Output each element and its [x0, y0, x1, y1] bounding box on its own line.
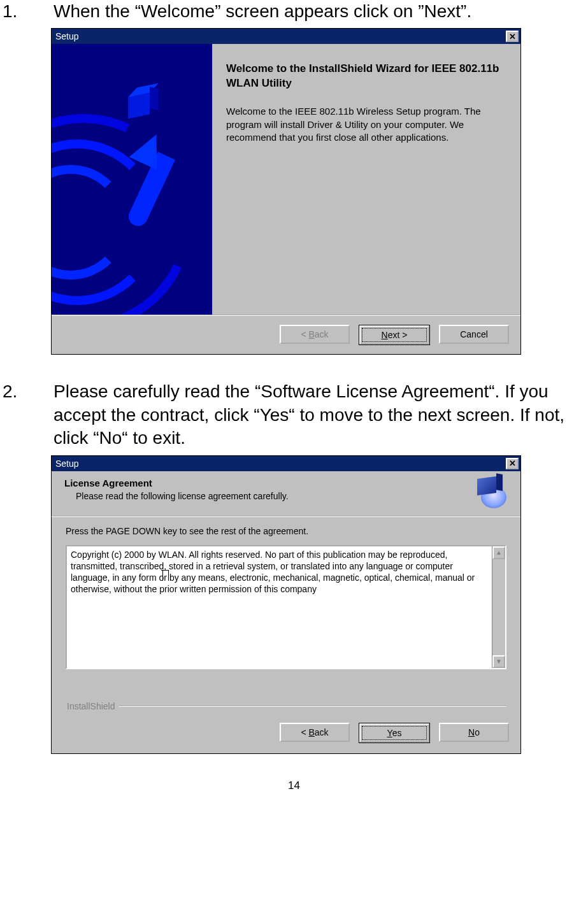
installshield-text: InstallShield [67, 701, 115, 711]
scroll-up-button[interactable]: ▲ [492, 546, 505, 559]
installshield-icon [477, 478, 512, 509]
document-page: 1. When the “Welcome” screen appears cli… [0, 0, 588, 811]
close-icon: ✕ [509, 32, 516, 41]
license-body: Press the PAGE DOWN key to see the rest … [52, 517, 520, 715]
scroll-down-button[interactable]: ▼ [492, 655, 505, 668]
setup-window-welcome: Setup ✕ Welcome to the InstallShield Wiz… [51, 28, 521, 355]
no-button-label: No [468, 727, 480, 737]
back-button-label: < Back [301, 727, 328, 737]
step-2-number: 2. [0, 380, 54, 403]
yes-button[interactable]: Yes [359, 723, 430, 743]
welcome-content: Welcome to the InstallShield Wizard for … [212, 44, 520, 315]
close-button[interactable]: ✕ [506, 31, 519, 42]
installshield-label: InstallShield [66, 701, 506, 711]
license-subtitle: Please read the following license agreem… [76, 491, 471, 501]
screenshot-1: Setup ✕ Welcome to the InstallShield Wiz… [51, 28, 588, 355]
back-button[interactable]: < Back [280, 325, 350, 344]
welcome-body: Welcome to the InstallShield Wizard for … [52, 44, 520, 315]
page-number: 14 [0, 779, 588, 792]
close-button[interactable]: ✕ [506, 458, 519, 469]
welcome-paragraph: Welcome to the IEEE 802.11b Wireless Set… [226, 105, 506, 144]
license-header: License Agreement Please read the follow… [52, 471, 520, 517]
license-text-box[interactable]: Copyright (c) 2000 by WLAN. All rights r… [66, 545, 506, 669]
license-title: License Agreement [64, 478, 471, 488]
screenshot-2: Setup ✕ License Agreement Please read th… [51, 455, 588, 754]
yes-button-label: Yes [387, 728, 402, 738]
cancel-button[interactable]: Cancel [439, 325, 509, 344]
scrollbar[interactable]: ▲ ▼ [492, 546, 505, 668]
divider [119, 706, 507, 707]
step-1-number: 1. [0, 0, 54, 23]
titlebar: Setup ✕ [52, 456, 520, 471]
next-button-label: Next > [382, 330, 408, 340]
page-down-hint: Press the PAGE DOWN key to see the rest … [66, 526, 506, 536]
close-icon: ✕ [509, 459, 516, 467]
license-text: Copyright (c) 2000 by WLAN. All rights r… [67, 546, 492, 668]
step-1: 1. When the “Welcome” screen appears cli… [0, 0, 588, 23]
back-button-label: < Back [301, 329, 328, 339]
next-button[interactable]: Next > [359, 325, 430, 345]
back-button[interactable]: < Back [280, 723, 350, 742]
no-button[interactable]: No [439, 723, 509, 742]
window-title: Setup [55, 31, 79, 41]
titlebar: Setup ✕ [52, 29, 520, 44]
step-2: 2. Please carefully read the “Software L… [0, 380, 588, 450]
text-cursor-icon: r [164, 572, 167, 583]
window-title: Setup [55, 458, 79, 469]
step-1-text: When the “Welcome” screen appears click … [54, 0, 588, 23]
step-2-text: Please carefully read the “Software Lice… [54, 380, 588, 450]
wizard-sidebar-graphic [52, 44, 212, 315]
welcome-heading: Welcome to the InstallShield Wizard for … [226, 62, 506, 91]
cancel-button-label: Cancel [460, 329, 488, 339]
setup-window-license: Setup ✕ License Agreement Please read th… [51, 455, 521, 754]
button-bar: < Back Next > Cancel [52, 315, 520, 354]
button-bar: < Back Yes No [52, 715, 520, 753]
